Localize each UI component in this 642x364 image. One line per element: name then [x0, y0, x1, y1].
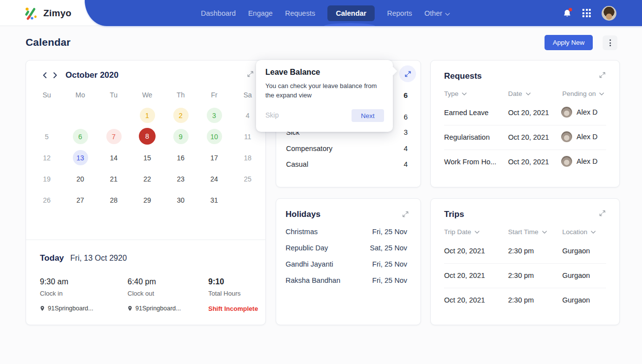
- calendar-day-19[interactable]: 19: [39, 171, 55, 186]
- calendar-day-17[interactable]: 17: [207, 150, 222, 165]
- clock-in-block: 9:30 am Clock in 91Springboard...: [40, 277, 124, 312]
- request-pending-on: Alex D: [561, 107, 598, 118]
- holiday-date: Sat, 25 Nov: [370, 244, 407, 252]
- request-type: Earned Leave: [444, 109, 488, 117]
- nav-items: DashboardEngageRequestsCalendarReportsOt…: [201, 0, 450, 26]
- request-pending-on: Alex D: [561, 156, 598, 167]
- holidays-title: Holidays: [286, 210, 321, 219]
- calendar-day-25[interactable]: 25: [240, 171, 256, 186]
- column-header-pending-on[interactable]: Pending on: [562, 90, 604, 97]
- divider: [444, 263, 606, 264]
- calendar-day-30[interactable]: 30: [173, 192, 189, 208]
- holiday-row: Republic DaySat, 25 Nov: [286, 244, 407, 252]
- trip-start-time: 2:30 pm: [508, 247, 534, 255]
- holiday-name: Christmas: [286, 228, 318, 236]
- apply-new-button[interactable]: Apply New: [545, 35, 593, 50]
- calendar-day-9[interactable]: 9: [173, 129, 189, 144]
- calendar-day-11[interactable]: 11: [240, 129, 256, 144]
- calendar-day-8[interactable]: 8: [139, 128, 156, 145]
- next-month-button[interactable]: [51, 71, 59, 80]
- holiday-row: ChristmasFri, 25 Nov: [286, 228, 407, 236]
- calendar-day-1[interactable]: 1: [140, 108, 155, 123]
- calendar-day-2[interactable]: 2: [173, 108, 189, 123]
- calendar-day-10[interactable]: 10: [207, 129, 222, 144]
- location-pin-icon: [128, 305, 132, 311]
- avatar: [561, 107, 572, 118]
- trips-expand-icon[interactable]: [599, 210, 606, 218]
- clock-out-label: Clock out: [128, 290, 211, 297]
- nav-item-requests[interactable]: Requests: [285, 9, 315, 17]
- nav-item-dashboard[interactable]: Dashboard: [201, 9, 236, 17]
- holiday-row: Gandhi JayantiFri, 25 Nov: [286, 260, 407, 268]
- requests-expand-icon[interactable]: [599, 71, 606, 80]
- column-header-location[interactable]: Location: [562, 228, 596, 236]
- today-label: Today: [40, 253, 64, 263]
- nav-item-reports[interactable]: Reports: [387, 9, 412, 17]
- calendar-day-21[interactable]: 21: [106, 171, 122, 186]
- column-header-date[interactable]: Date: [508, 90, 531, 97]
- calendar-day-28[interactable]: 28: [106, 192, 122, 208]
- calendar-header: October 2020: [41, 70, 119, 80]
- calendar-day-24[interactable]: 24: [207, 171, 222, 186]
- chevron-down-icon: [445, 9, 450, 17]
- trip-location: Gurgaon: [562, 272, 590, 279]
- calendar-day-12[interactable]: 12: [39, 150, 55, 165]
- leave-balance-expand-icon[interactable]: [399, 65, 416, 82]
- nav-item-calendar[interactable]: Calendar: [327, 5, 375, 21]
- location-pin-icon: [40, 305, 45, 311]
- calendar-day-26[interactable]: 26: [39, 192, 55, 208]
- calendar-day-7[interactable]: 7: [106, 129, 122, 144]
- calendar-day-29[interactable]: 29: [140, 192, 155, 208]
- notifications-bell-icon[interactable]: [563, 9, 572, 18]
- calendar-day-13[interactable]: 13: [73, 150, 88, 165]
- calendar-week: 262728293031: [30, 192, 264, 208]
- holidays-card: Holidays ChristmasFri, 25 NovRepublic Da…: [276, 198, 421, 325]
- user-avatar[interactable]: [602, 6, 616, 21]
- calendar-expand-icon[interactable]: [247, 70, 254, 79]
- navbar-actions: [563, 0, 616, 26]
- apps-grid-icon[interactable]: [582, 9, 591, 17]
- column-header-trip-date[interactable]: Trip Date: [444, 228, 480, 236]
- request-date: Oct 20, 2021: [508, 109, 549, 117]
- calendar-day-5[interactable]: 5: [39, 129, 55, 144]
- nav-item-engage[interactable]: Engage: [248, 9, 273, 17]
- holidays-expand-icon[interactable]: [402, 211, 409, 219]
- brand[interactable]: Zimyo: [24, 0, 71, 26]
- calendar-day-20[interactable]: 20: [73, 171, 88, 186]
- request-type: Regularisation: [444, 133, 490, 141]
- column-header-start-time[interactable]: Start Time: [508, 228, 547, 236]
- day-header: Su: [42, 91, 51, 99]
- tour-popover: Leave Balance You can check your leave b…: [256, 60, 393, 132]
- today-date: Fri, 13 Oct 2920: [70, 254, 127, 263]
- calendar-day-4[interactable]: 4: [240, 108, 256, 123]
- clock-in-time: 9:30 am: [40, 277, 124, 286]
- calendar-day-27[interactable]: 27: [73, 192, 88, 208]
- holiday-name: Gandhi Jayanti: [286, 260, 333, 268]
- column-header-type[interactable]: Type: [444, 90, 467, 97]
- calendar-day-23[interactable]: 23: [173, 171, 189, 186]
- popover-body: You can check your leave balance from th…: [265, 82, 385, 100]
- notification-dot: [569, 8, 572, 11]
- brand-name: Zimyo: [43, 8, 71, 19]
- calendar-day-16[interactable]: 16: [173, 150, 189, 165]
- prev-month-button[interactable]: [41, 71, 49, 80]
- calendar-day-18[interactable]: 18: [240, 150, 256, 165]
- calendar-day-22[interactable]: 22: [140, 171, 155, 186]
- calendar-day-15[interactable]: 15: [140, 150, 155, 165]
- calendar-day-6[interactable]: 6: [73, 129, 88, 144]
- approver-name: Alex D: [577, 133, 598, 141]
- nav-item-other[interactable]: Other: [424, 9, 450, 17]
- popover-next-button[interactable]: Next: [352, 109, 384, 122]
- page: Zimyo DashboardEngageRequestsCalendarRep…: [0, 0, 642, 364]
- kebab-menu-button[interactable]: [603, 35, 617, 50]
- clock-out-time: 6:40 pm: [128, 277, 211, 286]
- calendar-day-3[interactable]: 3: [207, 108, 222, 123]
- calendar-day-31[interactable]: 31: [207, 192, 222, 208]
- clock-in-location: 91Springboard...: [40, 305, 124, 312]
- calendar-week: 1234: [30, 108, 264, 123]
- popover-skip-button[interactable]: Skip: [265, 111, 279, 119]
- day-header: We: [142, 91, 153, 99]
- leave-balance-value: 4: [404, 145, 408, 152]
- calendar-day-14[interactable]: 14: [106, 150, 122, 165]
- request-date: Oct 20, 2021: [508, 133, 549, 141]
